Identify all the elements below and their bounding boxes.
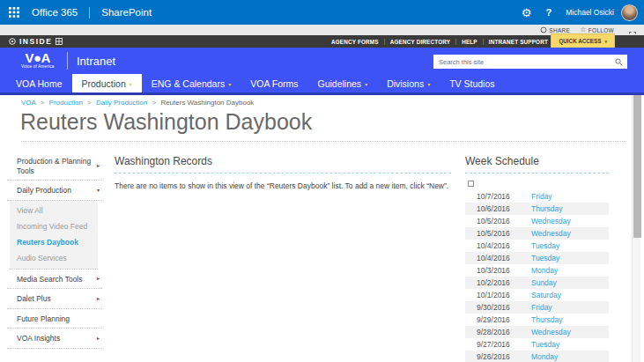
- table-row: 10/4/2016Tuesday: [465, 252, 609, 264]
- banner-divider: [67, 52, 68, 70]
- sidebar-item-reuters-daybook[interactable]: Reuters Daybook: [10, 234, 98, 250]
- schedule-date: 10/4/2016: [477, 254, 531, 262]
- table-row: 9/26/2016Monday: [465, 351, 609, 362]
- search-input[interactable]: [433, 58, 615, 66]
- breadcrumb-daily-production[interactable]: Daily Production: [96, 99, 147, 107]
- schedule-date: 9/29/2016: [477, 315, 531, 324]
- nav-tv-studios[interactable]: TV Studios: [440, 74, 504, 92]
- breadcrumb-production[interactable]: Production: [49, 99, 83, 107]
- voa-logo-text: V●A: [21, 51, 54, 64]
- nav-label: Guidelines: [317, 78, 361, 89]
- table-row: 10/7/2016Friday: [465, 190, 609, 203]
- flyout-arrow-icon: ▸: [97, 334, 100, 344]
- schedule-day-link[interactable]: Thursday: [531, 315, 562, 324]
- app-launcher-icon[interactable]: [9, 7, 19, 18]
- share-label: SHARE: [549, 27, 570, 33]
- sidebar-item-voa-insights[interactable]: VOA Insights ▸: [7, 329, 102, 349]
- breadcrumb-separator: >: [87, 99, 92, 107]
- inside-circle-icon: [9, 38, 16, 45]
- nav-voa-forms[interactable]: VOA Forms: [241, 74, 307, 92]
- user-name[interactable]: Michael Osicki: [566, 8, 614, 17]
- schedule-day-link[interactable]: Thursday: [531, 204, 562, 213]
- nav-label: Divisions: [387, 78, 424, 89]
- follow-button[interactable]: ☆ FOLLOW: [580, 26, 614, 33]
- schedule-day-link[interactable]: Wednesday: [531, 328, 571, 336]
- sidebar-item-daily-production[interactable]: Daily Production ▾: [7, 181, 102, 201]
- link-agency-directory[interactable]: AGENCY DIRECTORY: [384, 39, 456, 45]
- scrollbar-track[interactable]: [632, 95, 640, 362]
- sidebar-item-view-all[interactable]: View All: [10, 203, 98, 218]
- site-banner: V●A Voice of America Intranet: [0, 48, 644, 74]
- schedule-date: 10/5/2016: [477, 217, 531, 225]
- share-icon: [540, 26, 547, 33]
- sidebar-item-dalet-plus[interactable]: Dalet Plus ▸: [7, 289, 102, 309]
- share-button[interactable]: SHARE: [540, 26, 570, 33]
- title-divider: [21, 141, 626, 142]
- sidebar-item-audio-services[interactable]: Audio Services: [10, 250, 98, 266]
- nav-guidelines[interactable]: Guidelines▾: [307, 74, 377, 92]
- washington-records-heading: Washington Records: [115, 155, 451, 174]
- link-help[interactable]: HELP: [455, 39, 483, 45]
- page-title: Reuters Washington Daybook: [20, 109, 312, 135]
- utility-strip: SHARE ☆ FOLLOW: [0, 25, 644, 35]
- sidebar-item-incoming-video-feed[interactable]: Incoming Video Feed: [10, 218, 98, 234]
- schedule-date: 10/6/2016: [477, 204, 531, 213]
- table-row: 10/3/2016Monday: [465, 264, 609, 277]
- schedule-date: 10/4/2016: [477, 241, 531, 250]
- office365-brand[interactable]: Office 365: [32, 7, 78, 18]
- schedule-date: 9/27/2016: [477, 340, 531, 349]
- table-row: 10/5/2016Wednesday: [465, 227, 609, 240]
- schedule-day-link[interactable]: Tuesday: [531, 340, 559, 349]
- sidebar-item-media-search-tools[interactable]: Media Search Tools ▸: [7, 270, 102, 290]
- chevron-down-icon: ▾: [228, 81, 231, 87]
- breadcrumb-voa[interactable]: VOA: [21, 99, 35, 107]
- schedule-day-link[interactable]: Friday: [531, 192, 552, 201]
- quick-access-button[interactable]: QUICK ACCESS ▾: [551, 33, 615, 48]
- avatar[interactable]: [621, 4, 638, 21]
- link-intranet-support[interactable]: INTRANET SUPPORT: [483, 39, 553, 45]
- sharepoint-link[interactable]: SharePoint: [101, 7, 152, 18]
- schedule-day-link[interactable]: Wednesday: [531, 217, 571, 225]
- page: Office 365 SharePoint ⚙ ? Michael Osicki…: [0, 0, 644, 362]
- schedule-day-link[interactable]: Monday: [531, 352, 558, 361]
- empty-list-message: There are no items to show in this view …: [115, 181, 451, 191]
- schedule-day-link[interactable]: Tuesday: [531, 254, 559, 262]
- help-icon[interactable]: ?: [545, 7, 551, 18]
- nav-label: ENG & Calendars: [152, 78, 225, 89]
- inside-logo[interactable]: INSIDE: [9, 37, 63, 46]
- washington-records-section: Washington Records There are no items to…: [115, 155, 451, 191]
- gear-icon[interactable]: ⚙: [522, 7, 532, 18]
- sidebar-item-production-planning-tools[interactable]: Production & Planning Tools ▸: [7, 151, 102, 181]
- nav-voa-home[interactable]: VOA Home: [6, 74, 72, 92]
- schedule-day-link[interactable]: Tuesday: [531, 241, 559, 250]
- link-agency-forms[interactable]: AGENCY FORMS: [326, 39, 384, 45]
- schedule-day-link[interactable]: Saturday: [531, 291, 561, 299]
- sidebar-item-future-planning[interactable]: Future Planning: [7, 309, 102, 329]
- follow-label: FOLLOW: [588, 27, 614, 33]
- chevron-down-icon: ▾: [604, 39, 607, 44]
- voa-logo[interactable]: V●A Voice of America: [21, 51, 54, 69]
- table-row: 10/2/2016Sunday: [465, 277, 609, 289]
- sidebar-item-label: Daily Production: [17, 186, 71, 195]
- table-row: 9/29/2016Thursday: [465, 314, 609, 326]
- nav-eng-calendars[interactable]: ENG & Calendars▾: [142, 74, 241, 92]
- sidebar-subgroup-daily-production: View All Incoming Video Feed Reuters Day…: [10, 201, 98, 270]
- nav-divisions[interactable]: Divisions▾: [377, 74, 440, 92]
- schedule-day-link[interactable]: Sunday: [531, 278, 557, 287]
- main-navigation: VOA Home Production▾ ENG & Calendars▾ VO…: [0, 74, 644, 95]
- scrollbar-thumb[interactable]: [633, 95, 641, 238]
- select-all-checkbox[interactable]: [468, 181, 474, 187]
- breadcrumb-current: Reuters Washington Daybook: [160, 99, 254, 107]
- schedule-day-link[interactable]: Wednesday: [531, 229, 571, 238]
- nav-production[interactable]: Production▾: [72, 74, 142, 92]
- nav-label: TV Studios: [449, 78, 494, 89]
- schedule-day-link[interactable]: Monday: [531, 266, 558, 275]
- week-schedule-table: 10/7/2016Friday 10/6/2016Thursday 10/5/2…: [465, 190, 609, 362]
- schedule-day-link[interactable]: Friday: [531, 303, 552, 312]
- search-icon[interactable]: [615, 58, 623, 66]
- flyout-arrow-icon: ▸: [97, 161, 100, 171]
- table-row: 9/27/2016Tuesday: [465, 338, 609, 351]
- nav-label: VOA Home: [16, 78, 63, 89]
- intranet-top-bar: INSIDE AGENCY FORMS AGENCY DIRECTORY HEL…: [0, 35, 644, 48]
- schedule-date: 10/3/2016: [477, 266, 531, 275]
